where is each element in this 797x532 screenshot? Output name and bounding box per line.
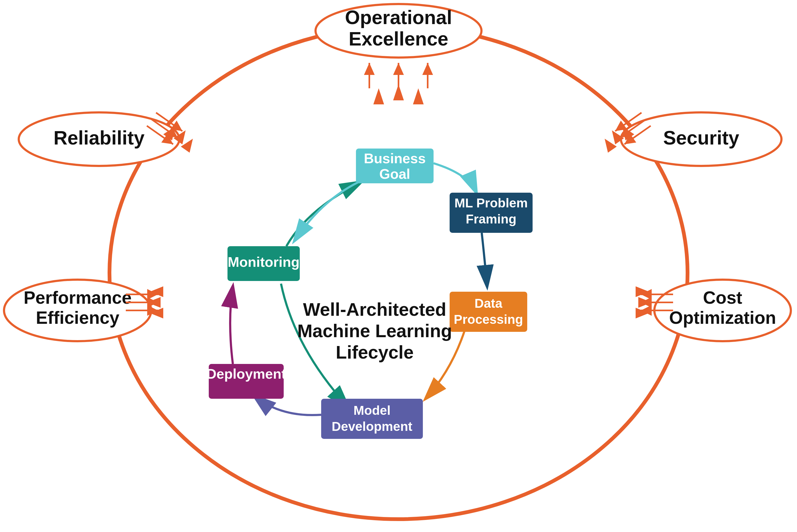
svg-text:Reliability: Reliability [54,127,145,149]
svg-text:Performance: Performance [23,288,132,307]
deployment-label: Deployment [206,366,286,382]
center-title-line1: Well-Architected [303,299,446,320]
svg-text:Excellence: Excellence [349,28,448,50]
svg-text:Optimization: Optimization [669,308,776,327]
svg-point-0 [110,27,687,519]
svg-marker-44 [373,88,384,104]
ml-problem-label: ML Problem [454,196,528,210]
svg-text:Cost: Cost [703,288,742,307]
monitoring-label: Monitoring [228,254,300,270]
business-goal-label2: Goal [379,166,410,182]
data-processing-label: Data [475,296,502,310]
ml-problem-label2: Framing [466,212,516,226]
data-processing-label2: Processing [454,312,523,326]
svg-text:Operational: Operational [345,7,452,28]
model-dev-label2: Development [331,419,412,434]
svg-marker-46 [413,88,424,104]
business-goal-label: Business [364,151,425,166]
center-title-line2: Machine Learning [297,321,452,341]
svg-marker-45 [393,84,404,100]
svg-text:Efficiency: Efficiency [36,308,119,327]
svg-text:Security: Security [663,127,739,149]
model-dev-label: Model [354,403,391,417]
diagram-container: Operational Excellence Reliability Secur… [0,0,797,532]
center-title-line3: Lifecycle [336,342,414,362]
